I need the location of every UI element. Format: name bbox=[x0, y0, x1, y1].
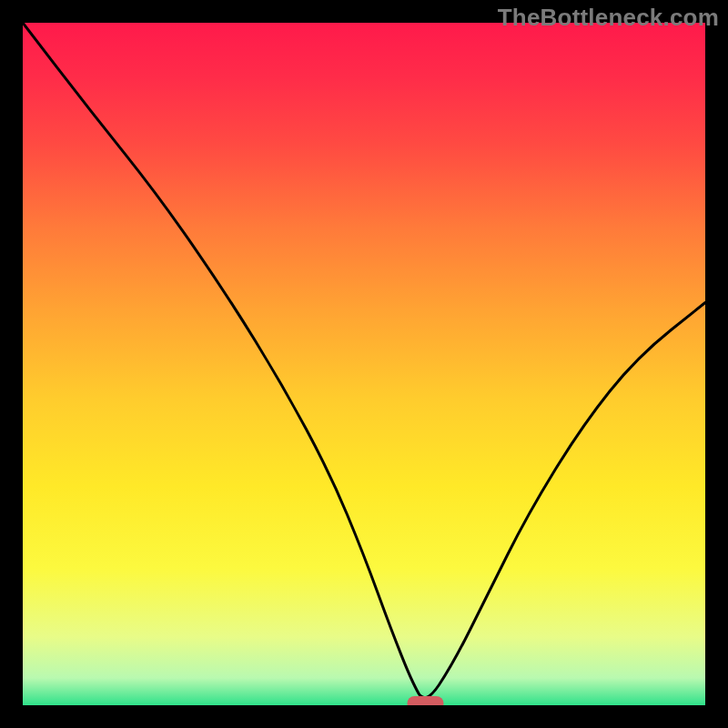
bottleneck-chart bbox=[23, 23, 705, 705]
watermark-text: TheBottleneck.com bbox=[498, 4, 719, 32]
optimal-marker bbox=[408, 696, 444, 705]
plot-area bbox=[23, 23, 705, 705]
gradient-background bbox=[23, 23, 705, 705]
chart-frame: TheBottleneck.com bbox=[0, 0, 728, 728]
